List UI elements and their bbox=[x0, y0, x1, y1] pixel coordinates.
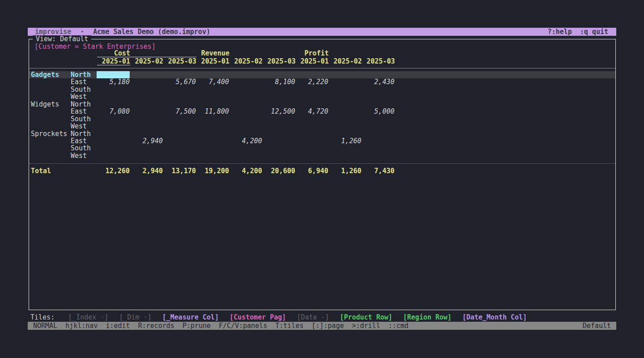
pivot-cell[interactable] bbox=[328, 115, 361, 123]
pivot-cell[interactable] bbox=[262, 130, 295, 137]
pivot-cell[interactable] bbox=[229, 115, 262, 123]
pivot-cell[interactable]: 7,400 bbox=[196, 78, 229, 85]
pivot-cell[interactable] bbox=[229, 123, 262, 130]
pivot-cell[interactable] bbox=[229, 108, 262, 115]
pivot-cell[interactable] bbox=[262, 123, 295, 130]
pivot-cell[interactable] bbox=[97, 71, 130, 78]
pivot-cell[interactable] bbox=[361, 71, 394, 78]
pivot-cell[interactable]: 2,220 bbox=[295, 78, 328, 85]
pivot-cell[interactable] bbox=[262, 137, 295, 145]
pivot-cell[interactable] bbox=[328, 123, 361, 130]
pivot-cell[interactable] bbox=[196, 137, 229, 145]
pivot-cell[interactable] bbox=[130, 93, 163, 100]
pivot-cell[interactable] bbox=[361, 93, 394, 100]
pivot-cell[interactable]: 5,670 bbox=[163, 78, 196, 85]
pivot-cell[interactable] bbox=[295, 115, 328, 123]
pivot-cell[interactable] bbox=[328, 152, 361, 159]
pivot-cell[interactable] bbox=[361, 123, 394, 130]
pivot-cell[interactable] bbox=[97, 123, 130, 130]
pivot-cell[interactable] bbox=[97, 145, 130, 152]
pivot-cell[interactable] bbox=[196, 86, 229, 93]
pivot-cell[interactable] bbox=[196, 123, 229, 130]
pivot-cell[interactable] bbox=[163, 101, 196, 108]
pivot-cell[interactable] bbox=[196, 71, 229, 78]
pivot-cell[interactable]: 12,500 bbox=[262, 108, 295, 115]
pivot-cell[interactable]: 4,200 bbox=[229, 137, 262, 145]
pivot-cell[interactable] bbox=[328, 93, 361, 100]
pivot-cell[interactable] bbox=[229, 130, 262, 137]
pivot-cell[interactable] bbox=[262, 86, 295, 93]
pivot-cell[interactable] bbox=[97, 86, 130, 93]
tile-dim[interactable]: [_Dim ·] bbox=[119, 313, 152, 321]
pivot-cell[interactable] bbox=[196, 130, 229, 137]
pivot-cell[interactable] bbox=[163, 137, 196, 145]
pivot-cell[interactable] bbox=[163, 86, 196, 93]
pivot-cell[interactable] bbox=[163, 93, 196, 100]
pivot-cell[interactable] bbox=[163, 152, 196, 159]
month-col-header[interactable]: 2025-01 bbox=[196, 58, 229, 65]
pivot-cell[interactable] bbox=[130, 130, 163, 137]
pivot-cell[interactable] bbox=[130, 145, 163, 152]
pivot-cell[interactable] bbox=[130, 108, 163, 115]
pivot-cell[interactable] bbox=[229, 101, 262, 108]
pivot-cell[interactable]: 5,180 bbox=[97, 78, 130, 85]
tile-customer-pag[interactable]: [Customer Pag] bbox=[229, 313, 286, 321]
pivot-cell[interactable] bbox=[361, 86, 394, 93]
pivot-cell[interactable] bbox=[295, 123, 328, 130]
pivot-cell[interactable] bbox=[229, 145, 262, 152]
pivot-cell[interactable] bbox=[262, 145, 295, 152]
pivot-cell[interactable] bbox=[130, 71, 163, 78]
pivot-cell[interactable] bbox=[229, 78, 262, 85]
pivot-cell[interactable] bbox=[163, 130, 196, 137]
pivot-cell[interactable] bbox=[295, 152, 328, 159]
measure-group-header[interactable]: Profit bbox=[296, 50, 395, 57]
pivot-cell[interactable] bbox=[97, 101, 130, 108]
month-col-header[interactable]: 2025-02 bbox=[329, 58, 362, 65]
pivot-cell[interactable] bbox=[361, 101, 394, 108]
pivot-cell[interactable] bbox=[328, 101, 361, 108]
pivot-cell[interactable] bbox=[295, 71, 328, 78]
pivot-cell[interactable] bbox=[229, 71, 262, 78]
pivot-cell[interactable] bbox=[295, 137, 328, 145]
pivot-cell[interactable]: 11,800 bbox=[196, 108, 229, 115]
pivot-cell[interactable] bbox=[328, 108, 361, 115]
pivot-cell[interactable] bbox=[196, 101, 229, 108]
pivot-cell[interactable] bbox=[97, 130, 130, 137]
pivot-cell[interactable]: 2,940 bbox=[130, 137, 163, 145]
pivot-cell[interactable] bbox=[295, 130, 328, 137]
pivot-cell[interactable] bbox=[361, 137, 394, 145]
pivot-cell[interactable] bbox=[97, 115, 130, 123]
pivot-cell[interactable] bbox=[163, 71, 196, 78]
pivot-cell[interactable] bbox=[262, 115, 295, 123]
pivot-cell[interactable]: 4,720 bbox=[295, 108, 328, 115]
pivot-cell[interactable] bbox=[163, 115, 196, 123]
pivot-cell[interactable] bbox=[262, 152, 295, 159]
month-col-header[interactable]: 2025-03 bbox=[163, 58, 196, 65]
tile-date-month-col[interactable]: [Date_Month Col] bbox=[462, 313, 527, 321]
tile-region-row[interactable]: [Region Row] bbox=[403, 313, 451, 321]
pivot-cell[interactable] bbox=[130, 78, 163, 85]
pivot-cell[interactable] bbox=[229, 93, 262, 100]
pivot-cell[interactable] bbox=[130, 152, 163, 159]
pivot-cell[interactable] bbox=[262, 101, 295, 108]
pivot-cell[interactable] bbox=[295, 145, 328, 152]
pivot-cell[interactable] bbox=[328, 71, 361, 78]
tile-index[interactable]: [_Index ·] bbox=[68, 313, 108, 321]
pivot-cell[interactable] bbox=[196, 93, 229, 100]
pivot-cell[interactable] bbox=[130, 115, 163, 123]
month-col-header[interactable]: 2025-01 bbox=[296, 58, 329, 65]
pivot-cell[interactable] bbox=[97, 93, 130, 100]
pivot-cell[interactable] bbox=[97, 152, 130, 159]
measure-group-header[interactable]: Cost bbox=[97, 50, 196, 57]
pivot-cell[interactable] bbox=[328, 130, 361, 137]
pivot-cell[interactable] bbox=[361, 115, 394, 123]
pivot-cell[interactable]: 8,100 bbox=[262, 78, 295, 85]
pivot-cell[interactable] bbox=[196, 145, 229, 152]
tile-product-row[interactable]: [Product Row] bbox=[340, 313, 392, 321]
pivot-cell[interactable] bbox=[328, 86, 361, 93]
pivot-cell[interactable] bbox=[229, 86, 262, 93]
pivot-cell[interactable]: 5,000 bbox=[361, 108, 394, 115]
tile-date[interactable]: [Date ·] bbox=[297, 313, 329, 321]
pivot-cell[interactable] bbox=[196, 115, 229, 123]
pivot-cell[interactable] bbox=[295, 86, 328, 93]
